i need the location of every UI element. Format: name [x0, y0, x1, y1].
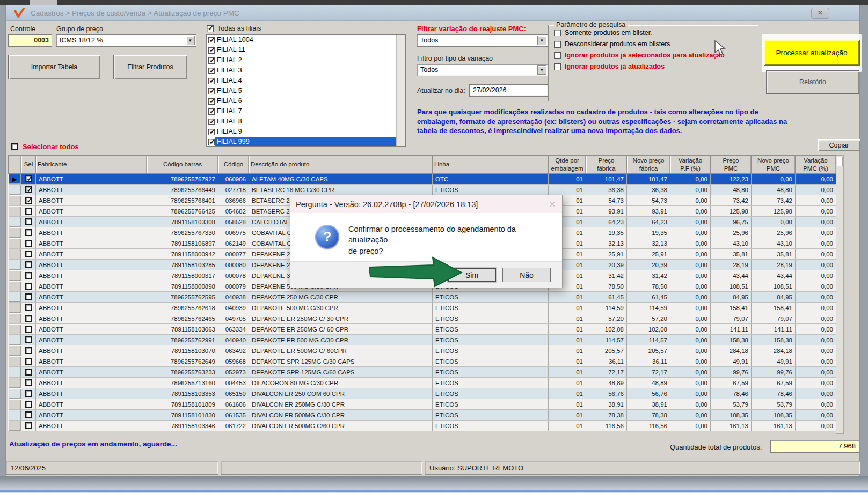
column-header-npf[interactable]: Novo preço fábrica: [627, 156, 670, 174]
chevron-down-icon[interactable]: ▼: [537, 36, 546, 45]
row-select-checkbox[interactable]: [25, 326, 32, 333]
filial-list-item[interactable]: FILIAL 9: [207, 127, 405, 137]
row-select-cell[interactable]: [21, 227, 36, 238]
column-header-pf[interactable]: Preço fábrica: [586, 156, 627, 174]
filial-checkbox[interactable]: [208, 47, 215, 54]
filial-checkbox[interactable]: [208, 78, 215, 84]
table-row[interactable]: ABBOTT7891158101830061535DIVALCON ER 500…: [9, 410, 836, 421]
column-header-pmc[interactable]: Preço PMC: [711, 156, 752, 174]
search-param-row[interactable]: Ignorar produtos já atualizados: [554, 62, 758, 71]
filiais-listbox[interactable]: FILIAL 1004FILIAL 11FILIAL 2FILIAL 3FILI…: [206, 34, 406, 147]
column-header-bar[interactable]: Código barras: [147, 156, 218, 174]
row-select-checkbox[interactable]: [25, 251, 32, 257]
row-select-checkbox[interactable]: [25, 304, 32, 311]
controle-field[interactable]: 0003: [8, 34, 52, 47]
row-select-cell[interactable]: [21, 260, 36, 270]
row-select-checkbox[interactable]: [25, 390, 32, 397]
row-select-checkbox[interactable]: [25, 197, 32, 204]
row-select-cell[interactable]: [21, 367, 36, 378]
filial-checkbox[interactable]: [208, 37, 215, 43]
search-param-checkbox[interactable]: [554, 63, 561, 70]
filiais-scrollbar[interactable]: [396, 35, 405, 146]
row-select-cell[interactable]: [21, 174, 36, 185]
row-select-cell[interactable]: [21, 185, 36, 195]
row-select-cell[interactable]: [21, 399, 36, 410]
search-param-checkbox[interactable]: [554, 41, 561, 48]
row-select-checkbox[interactable]: [25, 411, 32, 418]
row-select-cell[interactable]: [21, 206, 36, 217]
grupo-preco-dropdown[interactable]: ICMS 18/12 % ▼: [56, 34, 196, 47]
table-row[interactable]: ABBOTT7891158103353065150DIVALCON ER 250…: [9, 388, 836, 399]
row-select-cell[interactable]: [21, 195, 36, 206]
row-select-checkbox[interactable]: [25, 369, 32, 376]
search-param-row[interactable]: Ignorar produtos já selecionados para at…: [554, 51, 758, 60]
row-select-checkbox[interactable]: [25, 293, 32, 300]
column-header-ind[interactable]: [9, 156, 21, 174]
tipo-variacao-dropdown[interactable]: Todos ▼: [417, 64, 548, 76]
row-select-checkbox[interactable]: [25, 186, 32, 193]
row-select-cell[interactable]: [21, 217, 36, 227]
table-row[interactable]: ABBOTT7891158101809061606DIVALCON ER 250…: [9, 399, 836, 410]
table-row[interactable]: ABBOTT7896255762991040940DEPAKOTE ER 500…: [9, 335, 836, 345]
row-select-checkbox[interactable]: [25, 283, 32, 290]
row-select-cell[interactable]: [21, 388, 36, 399]
table-row[interactable]: ▶ABBOTT7896255767927060906ALETAM 40MG C/…: [9, 174, 836, 185]
table-row[interactable]: ABBOTT7896255713160004453DILACORON 80 MG…: [9, 378, 836, 388]
search-param-row[interactable]: Desconsiderar produtos em blisters: [554, 40, 758, 48]
selecionar-todos-row[interactable]: Selecionar todos: [11, 143, 79, 151]
search-param-checkbox[interactable]: [554, 30, 561, 36]
filial-list-item[interactable]: FILIAL 8: [207, 116, 405, 127]
row-select-checkbox[interactable]: [25, 347, 32, 354]
filial-checkbox[interactable]: [208, 119, 215, 125]
row-select-checkbox[interactable]: [25, 261, 32, 268]
filial-checkbox[interactable]: [208, 88, 215, 94]
filial-list-item[interactable]: FILIAL 5: [207, 86, 405, 96]
search-param-row[interactable]: Somente produtos em blister.: [554, 28, 758, 37]
row-select-cell[interactable]: [21, 410, 36, 421]
row-select-cell[interactable]: [21, 270, 36, 281]
row-select-cell[interactable]: [21, 421, 36, 431]
row-select-cell[interactable]: [21, 345, 36, 356]
table-row[interactable]: ABBOTT7896255766449027718BETASERC 16 MG …: [9, 185, 836, 195]
copiar-button[interactable]: Copiar: [818, 139, 860, 151]
table-row[interactable]: ABBOTT7896255762649059668DEPAKOTE SPR 12…: [9, 356, 836, 367]
column-header-desc[interactable]: Descrição do produto: [249, 156, 433, 174]
column-header-lin[interactable]: Linha: [433, 156, 549, 174]
table-row[interactable]: ABBOTT7891158103346061722DIVALCON ER 500…: [9, 421, 836, 431]
row-select-cell[interactable]: [21, 238, 36, 249]
row-select-checkbox[interactable]: [25, 272, 32, 279]
relatorio-button[interactable]: Relatório: [766, 70, 859, 94]
column-header-qt[interactable]: Qtde por embalagem: [549, 156, 586, 174]
row-select-cell[interactable]: [21, 292, 36, 303]
todas-filiais-checkbox[interactable]: [207, 25, 214, 32]
table-row[interactable]: ABBOTT7896255762595040938DEPAKOTE 250 MG…: [9, 292, 836, 303]
row-select-checkbox[interactable]: [25, 208, 32, 215]
filtrar-produtos-button[interactable]: Filtrar Produtos: [113, 55, 187, 79]
table-row[interactable]: ABBOTT7891158103070063492DEPAKOTE ER 500…: [9, 345, 836, 356]
filial-list-item[interactable]: FILIAL 3: [207, 65, 405, 76]
row-select-checkbox[interactable]: [25, 379, 32, 386]
column-header-npmc[interactable]: Novo preço PMC: [752, 156, 796, 174]
column-header-cod[interactable]: Código: [218, 156, 249, 174]
close-icon[interactable]: ✕: [811, 8, 829, 19]
row-select-checkbox[interactable]: [25, 315, 32, 322]
row-select-cell[interactable]: [21, 313, 36, 324]
filial-list-item[interactable]: FILIAL 6: [207, 96, 405, 106]
row-select-cell[interactable]: [21, 356, 36, 367]
filial-checkbox[interactable]: [208, 57, 215, 64]
chevron-down-icon[interactable]: ▼: [537, 65, 546, 75]
row-select-checkbox[interactable]: [25, 358, 32, 365]
row-select-cell[interactable]: [21, 249, 36, 260]
column-header-fab[interactable]: Fabricante: [36, 156, 147, 174]
row-select-cell[interactable]: [21, 324, 36, 335]
importar-tabela-button[interactable]: Importar Tabela: [8, 55, 100, 79]
row-select-cell[interactable]: [21, 378, 36, 388]
row-select-cell[interactable]: [21, 303, 36, 313]
variacao-dropdown[interactable]: Todos ▼: [417, 34, 548, 47]
row-select-checkbox[interactable]: [25, 401, 32, 408]
filial-list-item[interactable]: FILIAL 11: [207, 45, 405, 55]
search-param-checkbox[interactable]: [554, 52, 561, 59]
filial-list-item[interactable]: FILIAL 999: [207, 137, 405, 147]
column-header-vpmc[interactable]: Variação PMC (%): [796, 156, 836, 174]
processar-atualizacao-button[interactable]: Processar atualização: [764, 40, 859, 65]
